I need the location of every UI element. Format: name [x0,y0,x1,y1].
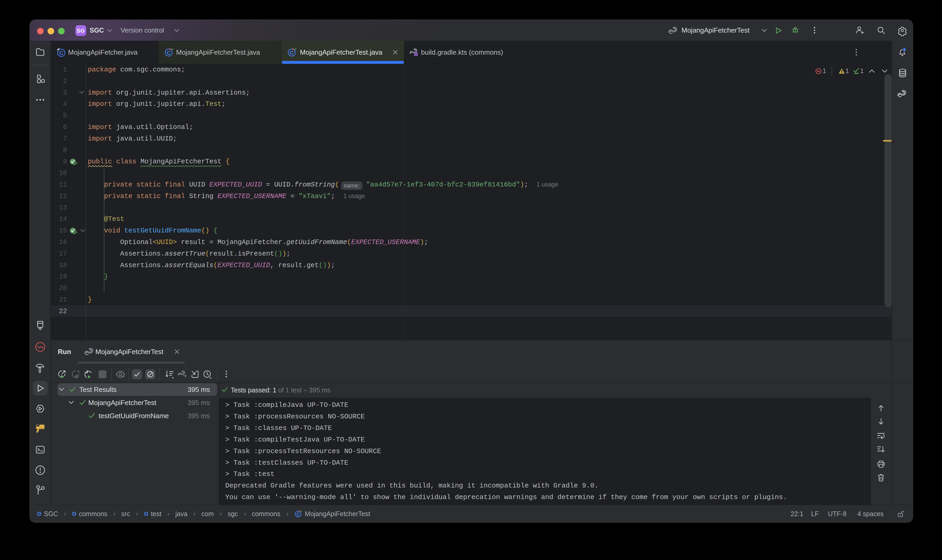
svg-text:C: C [167,50,171,56]
svg-text:C: C [59,50,63,56]
svg-text:C: C [296,512,300,517]
svg-text:C: C [290,50,294,56]
